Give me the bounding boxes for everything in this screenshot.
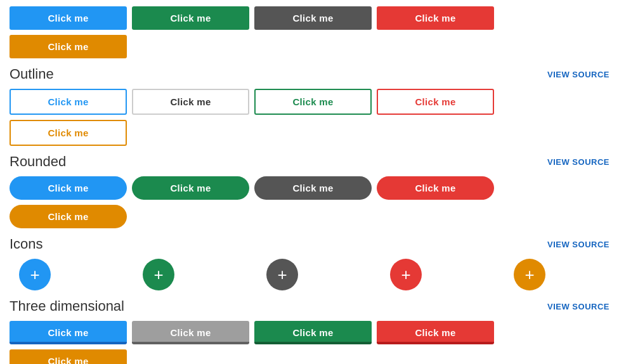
rounded-title: Rounded — [10, 153, 66, 170]
icon-orange-button[interactable]: + — [514, 259, 545, 290]
rounded-green-button[interactable]: Click me — [132, 176, 249, 200]
outline-green-button[interactable]: Click me — [254, 89, 372, 115]
threed-blue-button[interactable]: Click me — [10, 321, 127, 344]
top-gray-button[interactable]: Click me — [254, 6, 372, 30]
icons-view-source[interactable]: VIEW SOURCE — [547, 240, 609, 249]
top-green-button[interactable]: Click me — [132, 6, 249, 30]
rounded-red-button[interactable]: Click me — [377, 176, 494, 200]
outline-orange-button[interactable]: Click me — [10, 120, 127, 146]
icons-title: Icons — [10, 236, 43, 252]
icon-blue-button[interactable]: + — [19, 259, 51, 290]
threed-section-header: Three dimensional VIEW SOURCE — [10, 298, 609, 315]
rounded-view-source[interactable]: VIEW SOURCE — [547, 157, 609, 167]
top-red-button[interactable]: Click me — [377, 6, 494, 30]
threed-red-button[interactable]: Click me — [377, 321, 494, 344]
outline-view-source[interactable]: VIEW SOURCE — [547, 70, 609, 79]
top-button-row: Click me Click me Click me Click me Clic… — [10, 6, 609, 58]
threed-orange-button[interactable]: Click me — [10, 349, 127, 364]
icon-gray-button[interactable]: + — [266, 259, 298, 290]
icon-red-button[interactable]: + — [390, 259, 422, 290]
top-orange-button[interactable]: Click me — [10, 35, 127, 58]
rounded-blue-button[interactable]: Click me — [10, 176, 127, 200]
rounded-button-row: Click me Click me Click me Click me Clic… — [10, 176, 609, 228]
threed-title: Three dimensional — [10, 298, 124, 315]
threed-button-row: Click me Click me Click me Click me Clic… — [10, 321, 609, 364]
icons-section-header: Icons VIEW SOURCE — [10, 236, 609, 252]
rounded-orange-button[interactable]: Click me — [10, 205, 127, 228]
rounded-section-header: Rounded VIEW SOURCE — [10, 153, 609, 170]
threed-green-button[interactable]: Click me — [254, 321, 372, 344]
outline-section-header: Outline VIEW SOURCE — [10, 66, 609, 82]
outline-blue-button[interactable]: Click me — [10, 89, 127, 115]
outline-red-button[interactable]: Click me — [377, 89, 494, 115]
outline-button-row: Click me Click me Click me Click me Clic… — [10, 89, 609, 146]
top-blue-button[interactable]: Click me — [10, 6, 127, 30]
outline-white-button[interactable]: Click me — [132, 89, 249, 115]
icon-green-button[interactable]: + — [143, 259, 174, 290]
threed-gray-button[interactable]: Click me — [132, 321, 249, 344]
threed-view-source[interactable]: VIEW SOURCE — [547, 302, 609, 311]
icon-button-row: + + + + + — [10, 259, 609, 290]
outline-title: Outline — [10, 66, 54, 82]
rounded-gray-button[interactable]: Click me — [254, 176, 372, 200]
